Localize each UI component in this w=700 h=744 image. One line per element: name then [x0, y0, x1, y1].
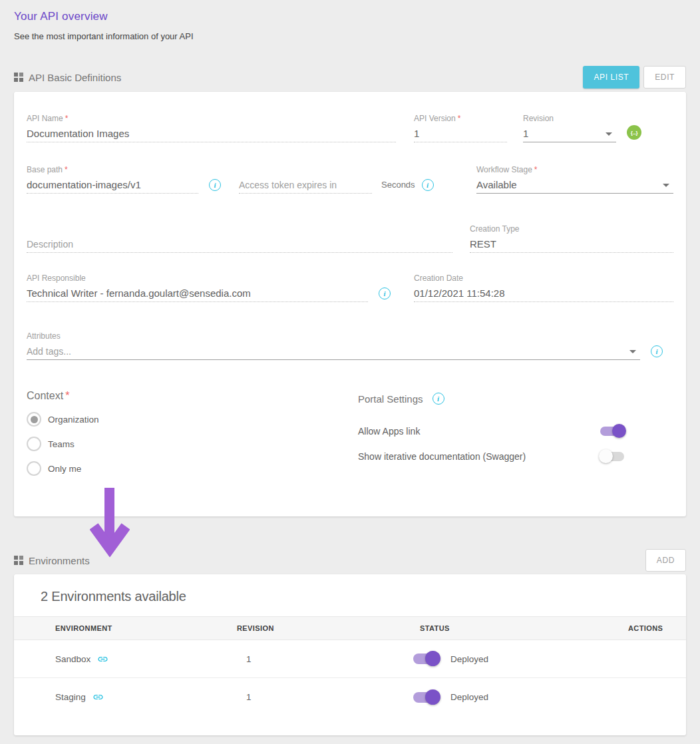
- chevron-down-icon[interactable]: [606, 132, 612, 136]
- annotation-arrow-down: [90, 488, 130, 557]
- revision-select[interactable]: Revision 1: [523, 114, 616, 142]
- form-row-1: API Name* Documentation Images API Versi…: [27, 114, 673, 142]
- swagger-doc-toggle[interactable]: [600, 452, 624, 461]
- link-icon[interactable]: [92, 691, 104, 703]
- attributes-field[interactable]: Attributes Add tags...: [27, 331, 640, 360]
- description-field[interactable]: Description: [27, 234, 452, 253]
- edit-button[interactable]: EDIT: [643, 66, 686, 89]
- info-icon[interactable]: i: [433, 393, 444, 405]
- info-icon[interactable]: i: [209, 179, 221, 191]
- creation-type-label: Creation Type: [470, 224, 520, 234]
- info-icon[interactable]: i: [379, 287, 391, 299]
- context-title: Context*: [27, 390, 358, 402]
- api-responsible-field[interactable]: API Responsible Technical Writer - ferna…: [27, 274, 368, 302]
- creation-date-label: Creation Date: [414, 274, 463, 283]
- swagger-doc-setting: Show iterative documentation (Swagger): [358, 451, 624, 462]
- required-asterisk: *: [65, 390, 69, 401]
- context-option-teams[interactable]: Teams: [27, 437, 358, 451]
- api-name-label: API Name: [27, 114, 63, 123]
- creation-type-field: Creation Type REST: [470, 224, 673, 253]
- api-name-value[interactable]: Documentation Images: [27, 126, 396, 142]
- api-version-field[interactable]: API Version* 1: [414, 114, 507, 142]
- form-row-2: Base path* documentation-images/v1 i Acc…: [27, 165, 673, 194]
- radio-label: Organization: [48, 415, 99, 425]
- allow-apps-link-toggle[interactable]: [600, 427, 624, 436]
- required-asterisk: *: [65, 114, 69, 123]
- dashboard-icon: [14, 556, 23, 565]
- radio-label: Teams: [48, 439, 75, 449]
- trace-code-icon[interactable]: {...}: [627, 125, 641, 140]
- access-token-placeholder[interactable]: Access token expires in: [239, 178, 372, 194]
- base-path-field[interactable]: Base path* documentation-images/v1: [27, 165, 198, 194]
- required-asterisk: *: [65, 165, 68, 174]
- description-placeholder[interactable]: Description: [27, 237, 452, 253]
- context-option-organization[interactable]: Organization: [27, 412, 358, 427]
- context-portal-row: Context* Organization Teams Only me Port…: [27, 390, 673, 476]
- deploy-toggle-sandbox[interactable]: [413, 653, 438, 664]
- api-version-label: API Version: [414, 114, 456, 123]
- dashboard-icon: [14, 73, 23, 82]
- environment-name: Sandbox: [55, 654, 90, 664]
- revision-value[interactable]: 1: [523, 126, 616, 142]
- environments-title: Environments: [14, 555, 90, 566]
- link-icon[interactable]: [97, 653, 108, 665]
- environments-table-header: ENVIRONMENT REVISION STATUS ACTIONS: [14, 616, 686, 640]
- add-environment-button[interactable]: ADD: [645, 549, 686, 572]
- toggle-label: Allow Apps link: [358, 426, 600, 437]
- basic-definitions-title-label: API Basic Definitions: [29, 72, 121, 83]
- form-row-3: Description Creation Type REST: [27, 224, 673, 253]
- access-token-field[interactable]: Access token expires in: [239, 175, 372, 194]
- api-responsible-value[interactable]: Technical Writer - fernanda.goulart@sens…: [27, 286, 368, 302]
- seconds-unit-label: Seconds: [381, 180, 415, 190]
- status-label: Deployed: [450, 692, 488, 702]
- attributes-label: Attributes: [27, 331, 61, 341]
- revision-label: Revision: [523, 114, 554, 123]
- api-overview-page: Your API overview See the most important…: [0, 0, 700, 744]
- radio-label: Only me: [48, 464, 81, 474]
- attributes-input[interactable]: Add tags...: [27, 344, 640, 360]
- workflow-stage-value[interactable]: Available: [476, 178, 673, 194]
- info-icon[interactable]: i: [422, 179, 434, 191]
- form-row-5: Attributes Add tags... i: [27, 331, 673, 360]
- column-header-revision: REVISION: [237, 624, 400, 632]
- radio-only-me[interactable]: [27, 461, 41, 476]
- table-row-staging: Staging 1 Deployed: [14, 678, 686, 716]
- workflow-stage-select[interactable]: Workflow Stage* Available: [476, 165, 673, 194]
- allow-apps-link-setting: Allow Apps link: [358, 426, 624, 437]
- toggle-label: Show iterative documentation (Swagger): [358, 451, 600, 462]
- api-version-value[interactable]: 1: [414, 126, 507, 142]
- context-option-only-me[interactable]: Only me: [27, 461, 358, 476]
- environments-card: 2 Environments available ENVIRONMENT REV…: [14, 574, 686, 735]
- context-group: Context* Organization Teams Only me: [27, 390, 358, 476]
- base-path-value[interactable]: documentation-images/v1: [27, 178, 198, 194]
- deploy-toggle-staging[interactable]: [413, 692, 438, 703]
- column-header-actions: ACTIONS: [623, 624, 686, 632]
- form-row-4: API Responsible Technical Writer - ferna…: [27, 274, 673, 302]
- column-header-status: STATUS: [400, 624, 623, 632]
- column-header-environment: ENVIRONMENT: [55, 624, 237, 632]
- chevron-down-icon[interactable]: [663, 184, 669, 187]
- status-label: Deployed: [450, 654, 488, 664]
- creation-date-field: Creation Date 01/12/2021 11:54:28: [414, 274, 673, 302]
- radio-teams[interactable]: [27, 437, 41, 451]
- workflow-stage-label: Workflow Stage: [476, 165, 532, 174]
- page-subtitle: See the most important information of yo…: [14, 31, 686, 41]
- basic-definitions-title: API Basic Definitions: [14, 72, 121, 83]
- api-list-button[interactable]: API LIST: [583, 66, 639, 89]
- api-responsible-label: API Responsible: [27, 274, 86, 283]
- table-row-sandbox: Sandbox 1 Deployed: [14, 640, 686, 678]
- environments-summary: 2 Environments available: [14, 574, 686, 616]
- portal-settings-group: Portal Settings i Allow Apps link Show i…: [358, 390, 624, 462]
- basic-definitions-card: API Name* Documentation Images API Versi…: [14, 92, 686, 516]
- environment-revision: 1: [237, 654, 400, 664]
- environment-revision: 1: [237, 692, 400, 702]
- base-path-label: Base path: [27, 165, 63, 174]
- radio-organization[interactable]: [27, 412, 41, 427]
- api-name-field[interactable]: API Name* Documentation Images: [27, 114, 396, 142]
- info-icon[interactable]: i: [651, 345, 663, 357]
- chevron-down-icon[interactable]: [629, 350, 636, 353]
- creation-date-value: 01/12/2021 11:54:28: [414, 286, 673, 302]
- required-asterisk: *: [534, 165, 538, 174]
- environment-name: Staging: [55, 692, 86, 702]
- required-asterisk: *: [458, 114, 461, 123]
